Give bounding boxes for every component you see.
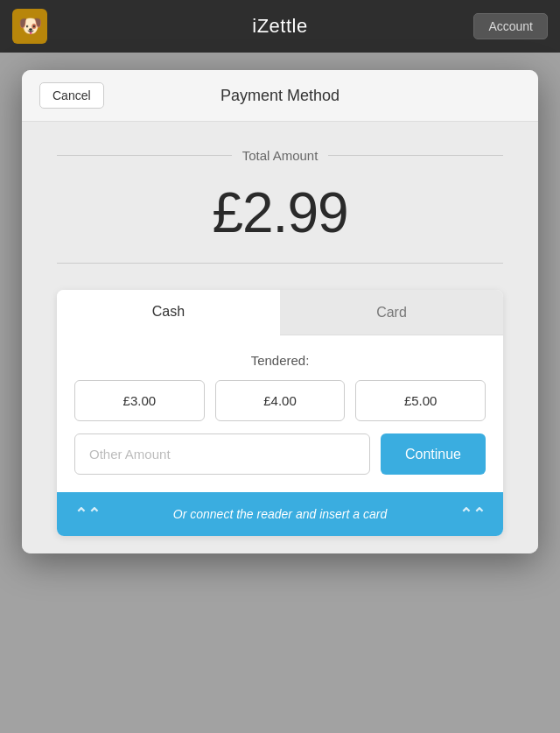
- other-amount-input[interactable]: [74, 433, 370, 475]
- modal-title: Payment Method: [220, 87, 340, 105]
- total-amount: £2.99: [57, 180, 503, 245]
- continue-button[interactable]: Continue: [381, 433, 486, 475]
- amount-btn-3[interactable]: £3.00: [74, 380, 205, 421]
- modal-header: Cancel Payment Method: [22, 70, 538, 122]
- total-section: Total Amount £2.99: [57, 148, 503, 264]
- total-label: Total Amount: [242, 148, 318, 163]
- account-button[interactable]: Account: [473, 13, 548, 39]
- app-title: iZettle: [252, 15, 307, 38]
- tab-cash[interactable]: Cash: [57, 290, 280, 335]
- amount-btn-4[interactable]: £4.00: [215, 380, 346, 421]
- chevron-up-right-icon: ⌃⌃: [459, 504, 486, 524]
- cancel-button[interactable]: Cancel: [39, 82, 104, 109]
- app-logo: 🐶: [12, 9, 47, 44]
- modal-overlay: Cancel Payment Method Total Amount £2.99: [0, 53, 560, 733]
- card-reader-message: Or connect the reader and insert a card: [101, 507, 459, 521]
- tab-card[interactable]: Card: [280, 290, 503, 335]
- bottom-divider: [57, 263, 503, 264]
- app-header: 🐶 iZettle Account: [0, 0, 560, 53]
- payment-card: Cash Card Tendered: £3.00 £4.00 £5.00: [57, 290, 503, 536]
- total-divider: Total Amount: [57, 148, 503, 163]
- amount-btn-5[interactable]: £5.00: [355, 380, 486, 421]
- cash-tab-content: Tendered: £3.00 £4.00 £5.00 Continue: [57, 335, 503, 492]
- card-reader-bar: ⌃⌃ Or connect the reader and insert a ca…: [57, 492, 503, 536]
- payment-tabs: Cash Card: [57, 290, 503, 335]
- background-content: Cancel Payment Method Total Amount £2.99: [0, 53, 560, 733]
- tendered-label: Tendered:: [74, 353, 486, 368]
- chevron-up-left-icon: ⌃⌃: [74, 504, 101, 524]
- amount-buttons: £3.00 £4.00 £5.00: [74, 380, 486, 421]
- payment-method-modal: Cancel Payment Method Total Amount £2.99: [22, 70, 538, 553]
- modal-body: Total Amount £2.99 Cash Card Tendered:: [22, 122, 538, 553]
- other-amount-row: Continue: [74, 433, 486, 475]
